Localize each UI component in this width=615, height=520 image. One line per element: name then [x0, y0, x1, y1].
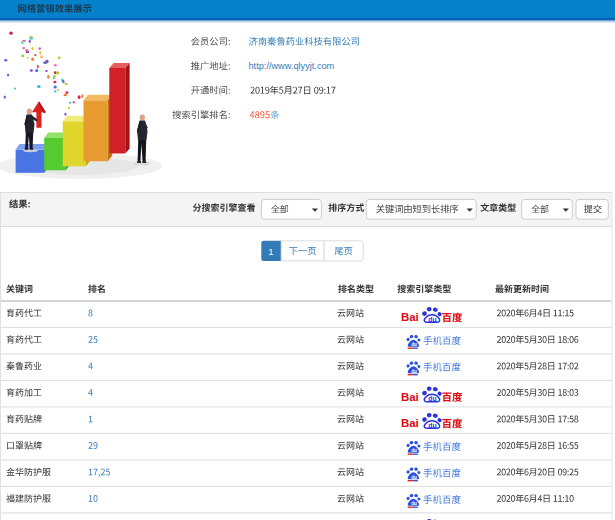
svg-text:du: du [411, 501, 417, 506]
svg-text:du: du [411, 475, 417, 480]
svg-text:du: du [428, 422, 436, 429]
svg-text:du: du [411, 448, 417, 453]
svg-text:Bai: Bai [401, 417, 419, 429]
svg-text:du: du [411, 342, 417, 347]
svg-text:Bai: Bai [401, 311, 419, 323]
svg-text:du: du [428, 316, 436, 323]
svg-text:du: du [428, 395, 436, 402]
svg-text:Bai: Bai [401, 391, 419, 403]
svg-text:1: 1 [268, 246, 273, 257]
svg-text:http://www.qlyyjt.com: http://www.qlyyjt.com [249, 61, 335, 71]
svg-text:du: du [411, 369, 417, 374]
